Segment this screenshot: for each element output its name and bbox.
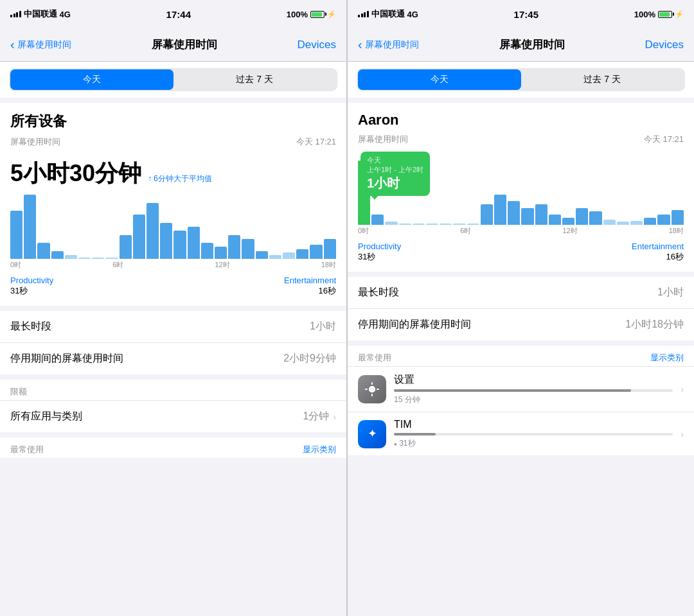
left-bar-20 — [283, 252, 295, 259]
left-x-6: 6时 — [112, 260, 123, 270]
right-stat-1-label: 停用期间的屏幕使用时间 — [358, 318, 471, 331]
left-carrier: 中国联通 — [24, 8, 57, 20]
right-battery-fill — [659, 12, 670, 17]
right-back-label: 屏幕使用时间 — [365, 39, 419, 51]
left-chart-total: 5小时30分钟 — [10, 158, 141, 189]
right-bar-19 — [617, 222, 629, 225]
left-battery-icon — [310, 11, 325, 18]
right-segment-today[interactable]: 今天 — [358, 69, 521, 90]
right-tim-bar-bg — [394, 433, 673, 436]
left-bar-12 — [174, 231, 186, 259]
right-bar-18 — [603, 220, 616, 225]
right-tim-info: TIM ● 31秒 — [394, 419, 673, 449]
left-x-0: 0时 — [10, 260, 21, 270]
right-x-18: 18时 — [669, 226, 684, 236]
right-signal-bar-2 — [361, 13, 363, 17]
left-charging-icon: ⚡ — [327, 10, 336, 19]
right-bar-22 — [657, 215, 670, 225]
left-stat-0-val: 1小时 — [310, 320, 336, 333]
right-legend-ent-val: 16秒 — [632, 251, 684, 263]
left-chart-avg: ↑ 6分钟大于平均值 — [148, 173, 212, 184]
right-legend-entertainment: Entertainment 16秒 — [632, 242, 684, 263]
left-main-section: 所有设备 屏幕使用时间 今天 17:21 5小时30分钟 ↑ 6分钟大于平均值 … — [0, 103, 346, 306]
right-tim-chevron-icon: › — [681, 429, 684, 439]
left-chart-header: 5小时30分钟 ↑ 6分钟大于平均值 — [10, 153, 336, 192]
right-section-header: Aaron — [348, 103, 694, 131]
right-settings-bar-bg — [394, 389, 673, 392]
left-show-category-button[interactable]: 显示类别 — [303, 444, 336, 455]
left-bar-2 — [37, 243, 49, 259]
right-battery-pct: 100% — [634, 10, 655, 19]
right-chart-legend: Productivity 31秒 Entertainment 16秒 — [358, 238, 684, 267]
left-section-subtitle: 屏幕使用时间 今天 17:21 — [0, 134, 346, 153]
right-section-title: Aaron — [358, 112, 684, 128]
left-chart-legend: Productivity 31秒 Entertainment 16秒 — [10, 272, 336, 301]
right-show-category-button[interactable]: 显示类别 — [650, 352, 684, 364]
right-segment-7days[interactable]: 过去 7 天 — [521, 69, 684, 90]
left-segment-today[interactable]: 今天 — [10, 69, 174, 90]
right-tooltip-title: 今天 — [367, 155, 423, 165]
left-bar-0 — [10, 211, 22, 259]
right-carrier: 中国联通 — [371, 8, 405, 20]
right-app-icon-tim: ✦ — [358, 420, 386, 448]
left-bar-5 — [78, 258, 91, 259]
left-network: 4G — [60, 10, 71, 19]
right-bar-14 — [549, 215, 561, 225]
right-x-labels: 0时 6时 12时 18时 — [358, 225, 684, 237]
left-limits-label: 所有应用与类别 — [10, 410, 82, 423]
left-bar-7 — [105, 258, 118, 259]
left-bar-10 — [147, 203, 159, 260]
right-segment-container: 今天 过去 7 天 — [348, 62, 694, 98]
right-bar-20 — [630, 221, 643, 225]
left-status-bar: 中国联通 4G 17:44 100% ⚡ — [0, 0, 346, 28]
right-app-row-tim[interactable]: ✦ TIM ● 31秒 › — [348, 412, 694, 455]
left-most-used-label: 最常使用 — [10, 444, 44, 455]
right-phone-panel: 中国联通 4G 17:45 100% ⚡ ‹ 屏幕使用时间 屏幕使用时间 Dev… — [347, 0, 694, 616]
right-section-subtitle: 屏幕使用时间 今天 17:21 — [348, 131, 694, 150]
right-tim-dot-icon: ● — [394, 441, 397, 447]
right-stat-row-1: 停用期间的屏幕使用时间 1小时18分钟 — [348, 309, 694, 340]
left-chart-area: 5小时30分钟 ↑ 6分钟大于平均值 0时 6时 12时 18时 Product… — [0, 153, 346, 306]
right-signal-bar-4 — [367, 11, 369, 17]
left-bar-19 — [269, 255, 281, 259]
left-segment-container: 今天 过去 7 天 — [0, 62, 346, 98]
right-x-0: 0时 — [358, 226, 369, 236]
right-devices-button[interactable]: Devices — [645, 39, 684, 51]
left-limits-row-0[interactable]: 所有应用与类别 1分钟 › — [0, 400, 346, 432]
right-x-12: 12时 — [562, 226, 577, 236]
right-bar-13 — [535, 204, 547, 225]
left-phone-panel: 中国联通 4G 17:44 100% ⚡ ‹ 屏幕使用时间 屏幕使用时间 Dev… — [0, 0, 347, 616]
left-segment-7days[interactable]: 过去 7 天 — [174, 69, 337, 90]
left-limits-header: 限额 — [0, 380, 346, 400]
right-app-name-tim: TIM — [394, 419, 673, 430]
left-nav-back[interactable]: ‹ 屏幕使用时间 — [10, 37, 71, 52]
left-bar-16 — [228, 235, 240, 260]
left-bar-15 — [215, 247, 227, 259]
left-legend-entertainment: Entertainment 16秒 — [284, 276, 336, 297]
left-bar-23 — [324, 239, 336, 259]
svg-rect-2 — [371, 382, 373, 385]
right-status-bar: 中国联通 4G 17:45 100% ⚡ — [348, 0, 694, 28]
right-settings-chevron-icon: › — [681, 384, 684, 394]
right-chart-tooltip: 今天 上午1时 - 上午2时 1小时 — [360, 152, 430, 196]
right-bar-23 — [672, 210, 684, 225]
left-legend-prod-label: Productivity — [10, 276, 53, 285]
right-app-row-settings[interactable]: 设置 15 分钟 › — [348, 366, 694, 412]
right-segment-control: 今天 过去 7 天 — [357, 68, 685, 91]
right-bar-10 — [494, 195, 506, 225]
right-stat-0-val: 1小时 — [657, 286, 684, 299]
right-nav-back[interactable]: ‹ 屏幕使用时间 — [358, 37, 419, 52]
right-status-right: 100% ⚡ — [634, 10, 684, 19]
right-stat-row-0: 最长时段 1小时 — [348, 277, 694, 309]
left-stat-1-val: 2小时9分钟 — [283, 352, 336, 365]
left-legend-ent-val: 16秒 — [284, 285, 336, 297]
right-bar-1 — [371, 215, 384, 225]
right-bar-4 — [413, 224, 425, 225]
right-subtitle-time: 今天 17:21 — [644, 134, 684, 145]
left-devices-button[interactable]: Devices — [298, 39, 336, 51]
right-bar-8 — [467, 224, 479, 225]
left-bar-8 — [120, 235, 132, 260]
left-battery-pct: 100% — [287, 10, 308, 19]
left-x-12: 12时 — [215, 260, 229, 270]
signal-bar-2 — [13, 13, 15, 17]
